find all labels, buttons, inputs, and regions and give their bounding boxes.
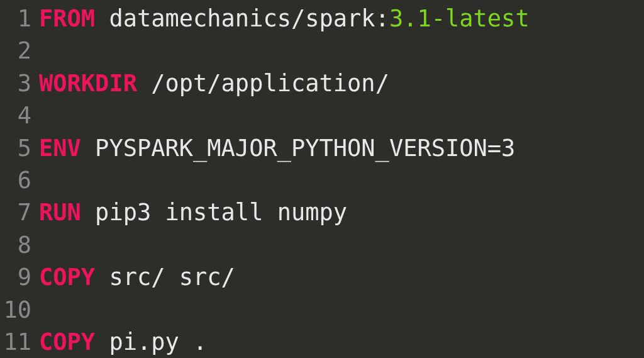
code-line	[39, 99, 644, 131]
line-number: 4	[0, 99, 31, 131]
token-keyword: COPY	[39, 328, 95, 355]
token-keyword: FROM	[39, 5, 95, 32]
token-plain: pip3 install numpy	[81, 199, 347, 226]
code-line: ENV PYSPARK_MAJOR_PYTHON_VERSION=3	[39, 132, 644, 164]
line-number: 3	[0, 67, 31, 99]
token-keyword: WORKDIR	[39, 70, 137, 97]
line-number: 2	[0, 35, 31, 67]
token-tag: 3.1-latest	[389, 5, 530, 32]
line-number: 8	[0, 229, 31, 261]
code-line: COPY pi.py .	[39, 326, 644, 358]
code-line: WORKDIR /opt/application/	[39, 67, 644, 99]
line-number: 11	[0, 326, 31, 358]
code-line: FROM datamechanics/spark:3.1-latest	[39, 3, 644, 35]
line-number: 9	[0, 261, 31, 293]
token-keyword: ENV	[39, 135, 81, 162]
line-number: 5	[0, 132, 31, 164]
token-plain: PYSPARK_MAJOR_PYTHON_VERSION=3	[81, 135, 516, 162]
code-line	[39, 164, 644, 196]
line-number: 6	[0, 164, 31, 196]
token-keyword: COPY	[39, 264, 95, 291]
code-line	[39, 35, 644, 67]
code-content[interactable]: FROM datamechanics/spark:3.1-latest WORK…	[39, 3, 644, 358]
code-line: COPY src/ src/	[39, 261, 644, 293]
line-number-gutter: 1234567891011	[0, 3, 39, 358]
code-line	[39, 229, 644, 261]
token-plain: src/ src/	[95, 264, 235, 291]
token-plain: datamechanics/spark:	[95, 5, 389, 32]
code-editor: 1234567891011 FROM datamechanics/spark:3…	[0, 3, 644, 358]
line-number: 7	[0, 196, 31, 228]
code-line: RUN pip3 install numpy	[39, 196, 644, 228]
token-keyword: RUN	[39, 199, 81, 226]
line-number: 10	[0, 294, 31, 326]
token-plain: pi.py .	[95, 328, 207, 355]
code-line	[39, 294, 644, 326]
token-plain: /opt/application/	[137, 70, 389, 97]
line-number: 1	[0, 3, 31, 35]
